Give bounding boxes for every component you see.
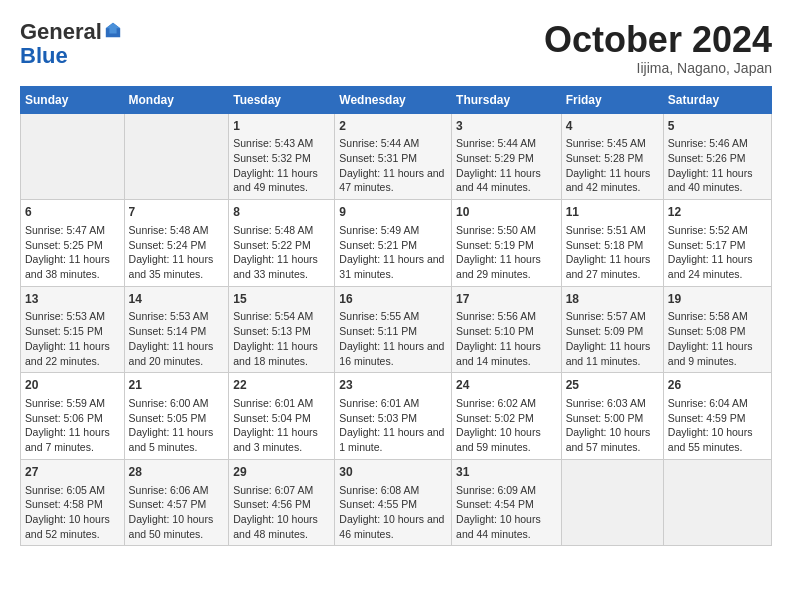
day-number: 5 xyxy=(668,118,767,135)
logo: General Blue xyxy=(20,20,122,68)
logo-general: General xyxy=(20,19,102,44)
day-number: 2 xyxy=(339,118,447,135)
calendar-cell: 16Sunrise: 5:55 AM Sunset: 5:11 PM Dayli… xyxy=(335,286,452,373)
calendar-cell: 20Sunrise: 5:59 AM Sunset: 5:06 PM Dayli… xyxy=(21,373,125,460)
day-number: 26 xyxy=(668,377,767,394)
day-number: 31 xyxy=(456,464,557,481)
weekday-header: Tuesday xyxy=(229,86,335,113)
calendar-cell: 9Sunrise: 5:49 AM Sunset: 5:21 PM Daylig… xyxy=(335,200,452,287)
day-content: Sunrise: 5:53 AM Sunset: 5:14 PM Dayligh… xyxy=(129,309,225,368)
day-content: Sunrise: 5:48 AM Sunset: 5:24 PM Dayligh… xyxy=(129,223,225,282)
day-content: Sunrise: 5:59 AM Sunset: 5:06 PM Dayligh… xyxy=(25,396,120,455)
calendar-week-row: 20Sunrise: 5:59 AM Sunset: 5:06 PM Dayli… xyxy=(21,373,772,460)
day-number: 7 xyxy=(129,204,225,221)
day-number: 29 xyxy=(233,464,330,481)
calendar-cell: 18Sunrise: 5:57 AM Sunset: 5:09 PM Dayli… xyxy=(561,286,663,373)
day-content: Sunrise: 6:06 AM Sunset: 4:57 PM Dayligh… xyxy=(129,483,225,542)
day-content: Sunrise: 5:46 AM Sunset: 5:26 PM Dayligh… xyxy=(668,136,767,195)
calendar-cell: 15Sunrise: 5:54 AM Sunset: 5:13 PM Dayli… xyxy=(229,286,335,373)
day-number: 16 xyxy=(339,291,447,308)
location: Iijima, Nagano, Japan xyxy=(544,60,772,76)
calendar-cell: 1Sunrise: 5:43 AM Sunset: 5:32 PM Daylig… xyxy=(229,113,335,200)
day-number: 18 xyxy=(566,291,659,308)
calendar-table: SundayMondayTuesdayWednesdayThursdayFrid… xyxy=(20,86,772,547)
day-content: Sunrise: 6:01 AM Sunset: 5:03 PM Dayligh… xyxy=(339,396,447,455)
calendar-cell: 12Sunrise: 5:52 AM Sunset: 5:17 PM Dayli… xyxy=(663,200,771,287)
calendar-cell: 2Sunrise: 5:44 AM Sunset: 5:31 PM Daylig… xyxy=(335,113,452,200)
day-number: 23 xyxy=(339,377,447,394)
day-content: Sunrise: 6:02 AM Sunset: 5:02 PM Dayligh… xyxy=(456,396,557,455)
page-header: General Blue October 2024 Iijima, Nagano… xyxy=(20,20,772,76)
day-content: Sunrise: 5:45 AM Sunset: 5:28 PM Dayligh… xyxy=(566,136,659,195)
calendar-cell: 24Sunrise: 6:02 AM Sunset: 5:02 PM Dayli… xyxy=(452,373,562,460)
calendar-cell xyxy=(124,113,229,200)
calendar-cell xyxy=(663,459,771,546)
day-number: 14 xyxy=(129,291,225,308)
day-number: 30 xyxy=(339,464,447,481)
calendar-cell: 29Sunrise: 6:07 AM Sunset: 4:56 PM Dayli… xyxy=(229,459,335,546)
day-content: Sunrise: 6:07 AM Sunset: 4:56 PM Dayligh… xyxy=(233,483,330,542)
day-number: 21 xyxy=(129,377,225,394)
weekday-header: Saturday xyxy=(663,86,771,113)
calendar-cell: 13Sunrise: 5:53 AM Sunset: 5:15 PM Dayli… xyxy=(21,286,125,373)
day-content: Sunrise: 6:01 AM Sunset: 5:04 PM Dayligh… xyxy=(233,396,330,455)
weekday-header: Thursday xyxy=(452,86,562,113)
calendar-cell: 22Sunrise: 6:01 AM Sunset: 5:04 PM Dayli… xyxy=(229,373,335,460)
weekday-header: Monday xyxy=(124,86,229,113)
day-number: 28 xyxy=(129,464,225,481)
day-number: 13 xyxy=(25,291,120,308)
calendar-cell: 3Sunrise: 5:44 AM Sunset: 5:29 PM Daylig… xyxy=(452,113,562,200)
day-number: 12 xyxy=(668,204,767,221)
calendar-cell: 6Sunrise: 5:47 AM Sunset: 5:25 PM Daylig… xyxy=(21,200,125,287)
day-content: Sunrise: 5:43 AM Sunset: 5:32 PM Dayligh… xyxy=(233,136,330,195)
calendar-cell: 23Sunrise: 6:01 AM Sunset: 5:03 PM Dayli… xyxy=(335,373,452,460)
calendar-cell: 25Sunrise: 6:03 AM Sunset: 5:00 PM Dayli… xyxy=(561,373,663,460)
day-number: 10 xyxy=(456,204,557,221)
calendar-cell: 21Sunrise: 6:00 AM Sunset: 5:05 PM Dayli… xyxy=(124,373,229,460)
calendar-cell: 11Sunrise: 5:51 AM Sunset: 5:18 PM Dayli… xyxy=(561,200,663,287)
day-number: 6 xyxy=(25,204,120,221)
day-number: 17 xyxy=(456,291,557,308)
day-content: Sunrise: 5:44 AM Sunset: 5:31 PM Dayligh… xyxy=(339,136,447,195)
day-number: 19 xyxy=(668,291,767,308)
day-content: Sunrise: 5:51 AM Sunset: 5:18 PM Dayligh… xyxy=(566,223,659,282)
title-block: October 2024 Iijima, Nagano, Japan xyxy=(544,20,772,76)
calendar-cell: 17Sunrise: 5:56 AM Sunset: 5:10 PM Dayli… xyxy=(452,286,562,373)
day-content: Sunrise: 5:53 AM Sunset: 5:15 PM Dayligh… xyxy=(25,309,120,368)
day-content: Sunrise: 5:47 AM Sunset: 5:25 PM Dayligh… xyxy=(25,223,120,282)
day-content: Sunrise: 6:09 AM Sunset: 4:54 PM Dayligh… xyxy=(456,483,557,542)
calendar-cell: 14Sunrise: 5:53 AM Sunset: 5:14 PM Dayli… xyxy=(124,286,229,373)
calendar-cell xyxy=(561,459,663,546)
day-number: 9 xyxy=(339,204,447,221)
calendar-cell: 27Sunrise: 6:05 AM Sunset: 4:58 PM Dayli… xyxy=(21,459,125,546)
day-content: Sunrise: 6:00 AM Sunset: 5:05 PM Dayligh… xyxy=(129,396,225,455)
day-content: Sunrise: 5:49 AM Sunset: 5:21 PM Dayligh… xyxy=(339,223,447,282)
day-content: Sunrise: 6:03 AM Sunset: 5:00 PM Dayligh… xyxy=(566,396,659,455)
day-content: Sunrise: 6:05 AM Sunset: 4:58 PM Dayligh… xyxy=(25,483,120,542)
day-number: 20 xyxy=(25,377,120,394)
day-number: 8 xyxy=(233,204,330,221)
day-content: Sunrise: 5:54 AM Sunset: 5:13 PM Dayligh… xyxy=(233,309,330,368)
weekday-header-row: SundayMondayTuesdayWednesdayThursdayFrid… xyxy=(21,86,772,113)
calendar-cell: 4Sunrise: 5:45 AM Sunset: 5:28 PM Daylig… xyxy=(561,113,663,200)
calendar-cell: 10Sunrise: 5:50 AM Sunset: 5:19 PM Dayli… xyxy=(452,200,562,287)
day-number: 11 xyxy=(566,204,659,221)
calendar-cell: 19Sunrise: 5:58 AM Sunset: 5:08 PM Dayli… xyxy=(663,286,771,373)
day-number: 25 xyxy=(566,377,659,394)
calendar-cell: 31Sunrise: 6:09 AM Sunset: 4:54 PM Dayli… xyxy=(452,459,562,546)
day-content: Sunrise: 6:08 AM Sunset: 4:55 PM Dayligh… xyxy=(339,483,447,542)
day-number: 1 xyxy=(233,118,330,135)
calendar-week-row: 13Sunrise: 5:53 AM Sunset: 5:15 PM Dayli… xyxy=(21,286,772,373)
weekday-header: Friday xyxy=(561,86,663,113)
day-number: 3 xyxy=(456,118,557,135)
day-content: Sunrise: 5:50 AM Sunset: 5:19 PM Dayligh… xyxy=(456,223,557,282)
day-content: Sunrise: 5:52 AM Sunset: 5:17 PM Dayligh… xyxy=(668,223,767,282)
month-title: October 2024 xyxy=(544,20,772,60)
calendar-cell: 7Sunrise: 5:48 AM Sunset: 5:24 PM Daylig… xyxy=(124,200,229,287)
day-number: 4 xyxy=(566,118,659,135)
calendar-cell: 26Sunrise: 6:04 AM Sunset: 4:59 PM Dayli… xyxy=(663,373,771,460)
calendar-week-row: 6Sunrise: 5:47 AM Sunset: 5:25 PM Daylig… xyxy=(21,200,772,287)
weekday-header: Wednesday xyxy=(335,86,452,113)
day-content: Sunrise: 5:56 AM Sunset: 5:10 PM Dayligh… xyxy=(456,309,557,368)
day-content: Sunrise: 6:04 AM Sunset: 4:59 PM Dayligh… xyxy=(668,396,767,455)
